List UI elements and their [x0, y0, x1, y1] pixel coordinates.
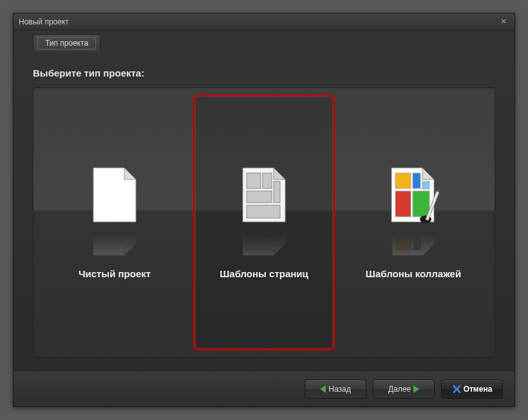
svg-rect-11: [413, 173, 420, 188]
collage-page-icon: [390, 160, 437, 257]
svg-rect-1: [263, 173, 272, 188]
tab-project-type[interactable]: Тип проекта: [33, 34, 100, 51]
close-x-icon: [452, 385, 461, 394]
template-page-icon: [241, 160, 287, 257]
option-label: Шаблоны коллажей: [366, 268, 461, 279]
close-icon[interactable]: ×: [498, 16, 509, 28]
content-area: Выберите тип проекта: Чистый проект: [14, 55, 514, 370]
arrow-right-icon: [413, 385, 419, 393]
prompt-text: Выберите тип проекта:: [33, 68, 495, 78]
options-panel: Чистый проект: [33, 87, 495, 358]
tab-label: Тип проекта: [45, 39, 88, 48]
button-label: Назад: [328, 385, 350, 394]
titlebar: Новый проект ×: [14, 14, 514, 30]
svg-rect-7: [247, 224, 272, 232]
svg-rect-9: [274, 224, 280, 242]
new-project-dialog: Новый проект × Тип проекта Выберите тип …: [13, 13, 515, 407]
option-collage-templates[interactable]: Шаблоны коллажей: [343, 95, 484, 351]
svg-rect-18: [396, 224, 411, 232]
blank-page-icon: [92, 160, 137, 257]
tab-bar: Тип проекта: [14, 30, 514, 55]
button-label: Отмена: [464, 385, 493, 394]
svg-rect-10: [395, 173, 411, 188]
option-label: Чистый проект: [79, 268, 151, 279]
arrow-left-icon: [320, 385, 326, 393]
option-page-templates[interactable]: Шаблоны страниц: [193, 95, 335, 351]
footer: Назад Далее Отмена: [14, 370, 514, 406]
window-title: Новый проект: [19, 17, 498, 26]
option-label: Шаблоны страниц: [220, 268, 308, 279]
svg-rect-5: [247, 235, 261, 250]
svg-rect-12: [395, 191, 411, 217]
svg-rect-16: [396, 235, 411, 250]
next-button[interactable]: Далее: [373, 379, 435, 399]
option-blank-project[interactable]: Чистый проект: [44, 95, 185, 351]
svg-rect-17: [413, 235, 421, 250]
svg-rect-6: [263, 235, 272, 250]
back-button[interactable]: Назад: [305, 379, 366, 399]
svg-rect-2: [247, 191, 272, 203]
svg-rect-19: [413, 224, 430, 232]
svg-rect-4: [274, 181, 280, 203]
cancel-button[interactable]: Отмена: [441, 379, 503, 399]
svg-rect-3: [247, 205, 280, 218]
button-label: Далее: [388, 385, 411, 394]
svg-rect-0: [247, 173, 261, 188]
